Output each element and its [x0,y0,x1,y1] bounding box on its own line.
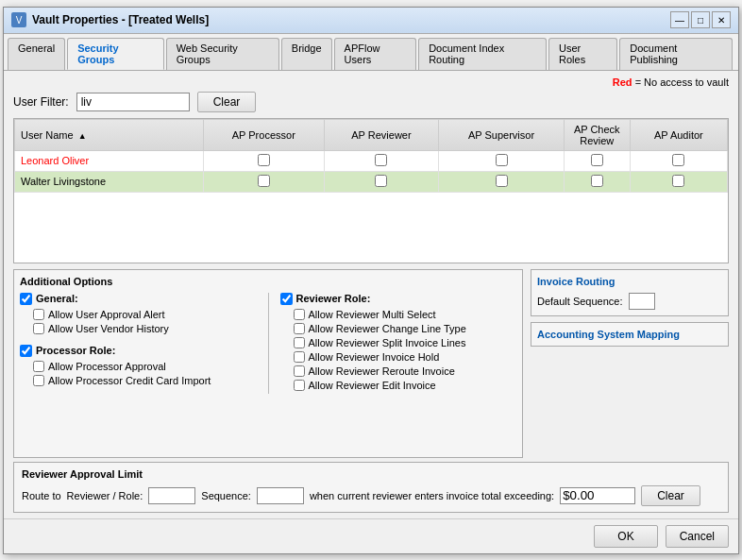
ap-auditor-checkbox-2[interactable] [672,175,684,187]
sort-icon: ▲ [78,131,87,141]
tab-user-roles[interactable]: User Roles [548,38,617,70]
allow-reviewer-split-invoice-lines: Allow Reviewer Split Invoice Lines [280,337,517,348]
col-ap-processor[interactable]: AP Processor [204,119,325,150]
reviewer-approval-title: Reviewer Approval Limit [22,468,720,480]
ap-check-review-cell-2[interactable] [564,171,630,192]
app-icon: V [11,12,26,27]
ap-check-review-checkbox-2[interactable] [591,175,603,187]
ap-processor-checkbox-2[interactable] [258,175,270,187]
tab-document-index-routing[interactable]: Document Index Routing [418,38,547,70]
col-username[interactable]: User Name ▲ [15,119,204,150]
user-name-cell-2[interactable]: Walter Livingstone [15,171,204,192]
col-ap-check-review[interactable]: AP CheckReview [564,119,630,150]
allow-reviewer-split-invoice-lines-checkbox[interactable] [294,337,305,348]
ap-supervisor-checkbox[interactable] [496,154,508,166]
main-window: V Vault Properties - [Treated Wells] — □… [3,7,739,554]
sequence-input[interactable] [257,487,304,504]
ap-supervisor-cell-2[interactable] [439,171,564,192]
ap-reviewer-cell-2[interactable] [324,171,439,192]
general-checkbox[interactable] [20,293,32,305]
route-to-label: Route to [22,490,61,501]
col-ap-supervisor[interactable]: AP Supervisor [439,119,564,150]
tab-document-publishing[interactable]: Document Publishing [619,38,733,70]
sequence-label: Sequence: [201,490,251,501]
allow-user-vendor-history-checkbox[interactable] [33,323,44,334]
footer-bar: OK Cancel [4,518,738,553]
tab-bar: General Security Groups Web Security Gro… [4,34,738,71]
ap-check-review-checkbox[interactable] [591,154,603,166]
user-table: User Name ▲ AP Processor AP Reviewer AP … [14,119,728,193]
additional-options-panel: Additional Options General: Allow User A… [13,269,523,458]
default-sequence-label: Default Sequence: [537,296,623,307]
tab-apflow-users[interactable]: APFlow Users [334,38,417,70]
bottom-section: Additional Options General: Allow User A… [13,269,729,458]
allow-processor-approval: Allow Processor Approval [20,361,257,372]
invoice-routing-title: Invoice Routing [537,276,722,287]
amount-input[interactable] [560,487,635,504]
allow-reviewer-edit-invoice-checkbox[interactable] [294,380,305,391]
accounting-mapping-panel: Accounting System Mapping [531,322,729,347]
ap-processor-cell-2[interactable] [204,171,325,192]
reviewer-role-input[interactable] [148,487,195,504]
notice-text: = No access to vault [632,76,729,88]
ap-reviewer-cell[interactable] [324,150,439,171]
minimize-button[interactable]: — [670,11,689,28]
filter-input[interactable] [76,93,190,111]
reviewer-role-label: Reviewer / Role: [67,490,143,501]
allow-processor-approval-checkbox[interactable] [33,361,44,372]
allow-reviewer-invoice-hold: Allow Reviewer Invoice Hold [280,351,517,363]
allow-reviewer-change-line-type-checkbox[interactable] [294,323,305,334]
ap-auditor-cell[interactable] [630,150,727,171]
red-notice: Red = No access to vault [13,76,729,88]
allow-reviewer-edit-invoice: Allow Reviewer Edit Invoice [280,380,517,391]
col-ap-auditor[interactable]: AP Auditor [630,119,727,150]
ok-button[interactable]: OK [594,525,657,548]
title-bar: V Vault Properties - [Treated Wells] — □… [4,8,738,34]
ap-supervisor-cell[interactable] [439,150,564,171]
allow-reviewer-invoice-hold-checkbox[interactable] [294,351,305,363]
col-ap-reviewer[interactable]: AP Reviewer [324,119,439,150]
table-row: Walter Livingstone [15,171,728,192]
allow-reviewer-multi-select: Allow Reviewer Multi Select [280,309,517,320]
allow-user-vendor-history: Allow User Vendor History [20,323,257,334]
allow-user-approval-alert-checkbox[interactable] [33,309,44,320]
ap-auditor-checkbox[interactable] [672,154,684,166]
ap-reviewer-checkbox-2[interactable] [375,175,387,187]
invoice-routing-panel: Invoice Routing Default Sequence: [531,269,729,316]
tab-security-groups[interactable]: Security Groups [67,38,164,70]
default-sequence-input[interactable] [629,293,655,310]
reviewer-approval-panel: Reviewer Approval Limit Route to Reviewe… [13,462,729,513]
reviewer-role-checkbox[interactable] [280,293,293,305]
tab-web-security-groups[interactable]: Web Security Groups [166,38,279,70]
tab-bridge[interactable]: Bridge [281,38,332,70]
user-name-cell[interactable]: Leonard Oliver [15,150,204,171]
table-row: Leonard Oliver [15,150,728,171]
allow-user-approval-alert: Allow User Approval Alert [20,309,257,320]
right-panel: Invoice Routing Default Sequence: Accoun… [531,269,729,458]
allow-processor-credit-card-checkbox[interactable] [33,375,44,386]
options-right-col: Reviewer Role: Allow Reviewer Multi Sele… [280,293,517,394]
processor-role-checkbox[interactable] [20,345,32,357]
allow-processor-credit-card: Allow Processor Credit Card Import [20,375,257,386]
maximize-button[interactable]: □ [691,11,710,28]
main-content: Red = No access to vault User Filter: Cl… [4,71,738,518]
options-left-col: General: Allow User Approval Alert Allow… [20,293,257,394]
clear-filter-button[interactable]: Clear [197,92,257,112]
allow-reviewer-reroute-invoice-checkbox[interactable] [294,365,305,377]
close-button[interactable]: ✕ [712,11,731,28]
ap-auditor-cell-2[interactable] [630,171,727,192]
additional-options-title: Additional Options [20,276,516,287]
ap-reviewer-checkbox[interactable] [375,154,387,166]
tab-general[interactable]: General [8,38,65,70]
red-label: Red [613,76,632,88]
allow-reviewer-change-line-type: Allow Reviewer Change Line Type [280,323,517,334]
cancel-button[interactable]: Cancel [666,525,729,548]
ap-supervisor-checkbox-2[interactable] [496,175,508,187]
processor-role-group: Processor Role: [20,345,257,357]
ap-processor-checkbox[interactable] [258,154,270,166]
ap-check-review-cell[interactable] [564,150,630,171]
ap-processor-cell[interactable] [204,150,325,171]
allow-reviewer-reroute-invoice: Allow Reviewer Reroute Invoice [280,365,517,377]
allow-reviewer-multi-select-checkbox[interactable] [294,309,305,320]
clear-reviewer-button[interactable]: Clear [641,485,700,506]
